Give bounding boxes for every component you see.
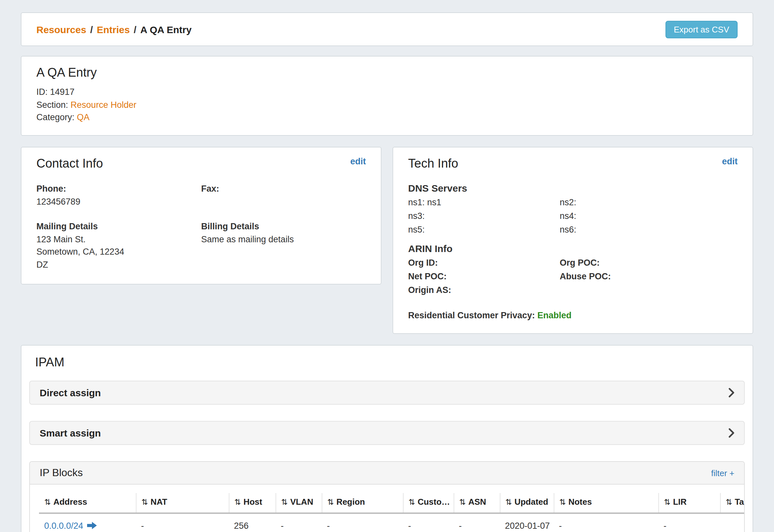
sort-icon: ⇅ (44, 498, 51, 507)
col-header-vlan[interactable]: ⇅VLAN (275, 493, 322, 513)
cell-host: 256 (229, 513, 275, 532)
arin-label: Org ID: (408, 258, 438, 268)
cell-lir: - (658, 513, 720, 532)
sort-icon: ⇅ (559, 498, 566, 507)
table-row[interactable]: 0.0.0.0/24 - 256 - - - - 2020-01-07 - - (39, 513, 744, 532)
col-label: Updated (514, 497, 548, 507)
col-header-region[interactable]: ⇅Region (322, 493, 403, 513)
dns-value: ns1 (427, 197, 442, 207)
dns-field: ns6: (560, 223, 738, 237)
col-header-host[interactable]: ⇅Host (229, 493, 275, 513)
dns-label: ns6: (560, 224, 576, 234)
ip-blocks-title: IP Blocks (40, 467, 83, 479)
export-csv-button[interactable]: Export as CSV (665, 20, 738, 38)
breadcrumb-link-resources[interactable]: Resources (36, 24, 86, 35)
arin-label: Org POC: (560, 258, 600, 268)
cell-vlan: - (275, 513, 322, 532)
smart-assign-label: Smart assign (40, 427, 101, 438)
mailing-line: DZ (36, 259, 201, 271)
sort-icon: ⇅ (505, 498, 512, 507)
sort-icon: ⇅ (726, 498, 732, 507)
arin-label: Net POC: (408, 272, 447, 282)
ipam-title: IPAM (35, 355, 745, 370)
cell-updated: 2020-01-07 (500, 513, 554, 532)
sort-icon: ⇅ (409, 498, 415, 507)
sort-icon: ⇅ (664, 498, 670, 507)
arin-field: Org ID: (408, 257, 560, 271)
contact-info-card: Contact Info edit Phone: 123456789 Fax: … (21, 146, 381, 285)
col-header-address[interactable]: ⇅Address (39, 493, 136, 513)
dns-field: ns2: (560, 196, 738, 209)
entry-section-link[interactable]: Resource Holder (70, 100, 136, 109)
col-label: NAT (150, 497, 167, 507)
sort-icon: ⇅ (141, 498, 148, 507)
entry-meta: ID: 14917 Section: Resource Holder Categ… (36, 86, 738, 124)
entry-section-label: Section: (36, 100, 68, 109)
mailing-details-label: Mailing Details (36, 220, 201, 233)
arin-field: Abuse POC: (560, 271, 738, 284)
dns-label: ns2: (560, 197, 576, 207)
page-scale-wrapper: Resources/Entries/A QA Entry Export as C… (0, 0, 774, 532)
dns-servers-title: DNS Servers (408, 182, 738, 193)
dns-label: ns1: (408, 197, 425, 207)
col-header-customer[interactable]: ⇅Custo… (403, 493, 454, 513)
tech-info-card: Tech Info edit DNS Servers ns1: ns1 ns2:… (393, 146, 753, 334)
tech-info-header: Tech Info edit (408, 156, 738, 171)
info-row: Contact Info edit Phone: 123456789 Fax: … (21, 146, 753, 334)
arrow-right-icon[interactable] (87, 522, 97, 529)
entry-id-value: 14917 (50, 87, 74, 97)
dns-label: ns4: (560, 211, 576, 221)
sort-icon: ⇅ (234, 498, 241, 507)
page: Resources/Entries/A QA Entry Export as C… (0, 0, 774, 532)
ip-blocks-table: ⇅Address ⇅NAT ⇅Host ⇅VLAN ⇅Region ⇅Custo… (39, 493, 744, 532)
phone-field: Phone: 123456789 (36, 182, 201, 208)
col-header-updated[interactable]: ⇅Updated (500, 493, 554, 513)
direct-assign-panel[interactable]: Direct assign (29, 381, 745, 405)
arin-info-grid: Org ID: Org POC: Net POC: Abuse POC: Ori… (408, 257, 738, 298)
col-label: Tag (735, 497, 744, 507)
privacy-status-badge: Enabled (538, 310, 572, 320)
entry-category-label: Category: (36, 112, 74, 122)
col-header-tag[interactable]: ⇅Tag (720, 493, 744, 513)
cell-notes: - (554, 513, 658, 532)
chevron-right-icon (729, 428, 734, 438)
entry-category-link[interactable]: QA (77, 112, 90, 122)
arin-label: Origin AS: (408, 285, 451, 295)
col-label: Host (243, 497, 262, 507)
col-label: Notes (568, 497, 592, 507)
entry-section-row: Section: Resource Holder (36, 98, 738, 111)
tech-info-title: Tech Info (408, 156, 458, 171)
col-header-asn[interactable]: ⇅ASN (454, 493, 500, 513)
ip-blocks-header: IP Blocks filter + (30, 462, 744, 485)
ip-block-link[interactable]: 0.0.0.0/24 (44, 521, 83, 531)
contact-edit-link[interactable]: edit (350, 156, 366, 166)
tech-edit-link[interactable]: edit (722, 156, 738, 166)
billing-details-label: Billing Details (201, 220, 366, 233)
privacy-label: Residential Customer Privacy: (408, 310, 535, 320)
col-header-nat[interactable]: ⇅NAT (136, 493, 229, 513)
entry-category-row: Category: QA (36, 111, 738, 124)
chevron-right-icon (729, 388, 734, 398)
smart-assign-panel[interactable]: Smart assign (29, 421, 745, 445)
dns-servers-grid: ns1: ns1 ns2: ns3: ns4: ns5: ns6: (408, 196, 738, 237)
sort-icon: ⇅ (459, 498, 466, 507)
sort-icon: ⇅ (327, 498, 334, 507)
dns-label: ns5: (408, 224, 425, 234)
breadcrumb-separator: / (134, 24, 136, 35)
breadcrumb-link-entries[interactable]: Entries (97, 24, 130, 35)
col-label: Address (53, 497, 87, 507)
breadcrumb-current: A QA Entry (140, 24, 192, 35)
col-header-notes[interactable]: ⇅Notes (554, 493, 658, 513)
cell-customer: - (403, 513, 454, 532)
dns-field: ns3: (408, 209, 560, 223)
table-header-row: ⇅Address ⇅NAT ⇅Host ⇅VLAN ⇅Region ⇅Custo… (39, 493, 744, 513)
breadcrumb: Resources/Entries/A QA Entry (36, 24, 192, 35)
page-title: A QA Entry (36, 66, 738, 80)
filter-link[interactable]: filter + (711, 468, 734, 478)
dns-field: ns5: (408, 223, 560, 237)
arin-field: Net POC: (408, 271, 560, 284)
col-header-lir[interactable]: ⇅LIR (658, 493, 720, 513)
cell-nat: - (136, 513, 229, 532)
ip-blocks-panel: IP Blocks filter + ⇅Address ⇅NAT ⇅Host ⇅… (29, 461, 745, 532)
cell-region: - (322, 513, 403, 532)
